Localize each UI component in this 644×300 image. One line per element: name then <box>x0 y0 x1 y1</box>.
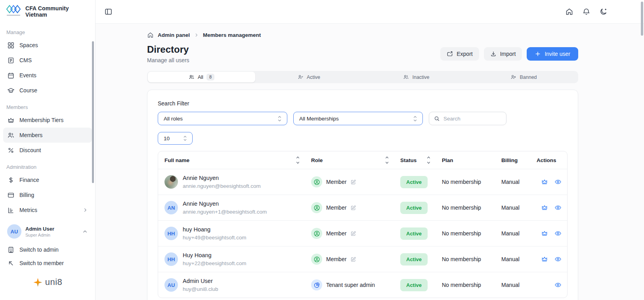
sidebar-item-label: Billing <box>19 192 34 198</box>
member-role-icon <box>311 254 322 265</box>
avatar: AN <box>164 201 178 214</box>
edit-role-icon[interactable] <box>350 179 356 185</box>
sidebar-item-metrics[interactable]: Metrics <box>3 203 92 218</box>
member-email: annie.nguyen+1@beesightsoft.com <box>183 209 267 215</box>
edit-role-icon[interactable] <box>350 231 356 237</box>
invite-user-button[interactable]: Invite user <box>527 47 578 61</box>
chevron-right-icon <box>194 32 199 38</box>
upgrade-crown-button[interactable] <box>541 178 548 185</box>
select-chevrons-icon <box>277 116 282 122</box>
dark-mode-icon[interactable] <box>599 8 608 16</box>
arrow-up-left-icon <box>7 260 15 267</box>
sidebar-item-label: Members <box>19 132 42 138</box>
plan-value: No membership <box>436 230 495 237</box>
view-member-button[interactable] <box>554 178 562 185</box>
sidebar-item-course[interactable]: Course <box>3 83 92 98</box>
member-email: huy+49@beesightsoft.com <box>183 235 246 241</box>
member-role-icon <box>311 176 322 187</box>
table-row[interactable]: HH huy Hoang huy+49@beesightsoft.com <box>158 220 567 246</box>
upgrade-crown-button[interactable] <box>541 204 548 211</box>
directory-card: Search Filter All roles All Memberships … <box>147 90 578 300</box>
column-status[interactable]: Status <box>394 151 436 169</box>
billing-value: Manual <box>495 179 529 185</box>
sidebar-scrollbar[interactable] <box>92 41 94 183</box>
switch-to-admin-button[interactable]: Switch to admin <box>3 243 92 256</box>
sidebar-item-label: Metrics <box>19 207 37 213</box>
edit-role-icon[interactable] <box>350 256 356 262</box>
page-content: Admin panel Members management Directory… <box>147 24 578 300</box>
sidebar-item-discount[interactable]: Discount <box>3 143 92 158</box>
export-label: Export <box>457 51 472 57</box>
member-name: Admin User <box>183 278 218 284</box>
view-member-button[interactable] <box>554 281 562 289</box>
export-icon <box>447 51 453 57</box>
upgrade-crown-button[interactable] <box>541 230 548 237</box>
page-scrollbar[interactable] <box>641 2 643 36</box>
table-row[interactable]: HH Huy Hoang huy+22@beesightsoft.com <box>158 246 567 272</box>
user-check-icon <box>298 74 304 80</box>
upgrade-crown-button[interactable] <box>541 256 548 263</box>
table-row[interactable]: AN Annie Nguyen annie.nguyen+1@beesights… <box>158 195 567 220</box>
crown-icon <box>7 117 15 124</box>
switch-to-member-label: Switch to member <box>19 260 64 266</box>
column-role[interactable]: Role <box>305 151 394 169</box>
role-label: Member <box>326 256 346 262</box>
roles-select[interactable]: All roles <box>158 112 287 125</box>
sidebar-item-finance[interactable]: Finance <box>3 172 92 187</box>
member-email: annie.nguyen@beesightsoft.com <box>183 183 261 189</box>
breadcrumb-members-management[interactable]: Members management <box>203 32 261 38</box>
page-header: Directory Manage all users <box>147 44 189 63</box>
column-full-name[interactable]: Full name <box>158 151 305 169</box>
member-email: huy@uni8.club <box>183 286 218 292</box>
sidebar-item-label: Finance <box>19 177 39 183</box>
page-size-select[interactable]: 10 <box>158 132 193 145</box>
members-table: Full name Role Status Plan Billing Actio… <box>158 151 568 298</box>
bell-icon[interactable] <box>582 8 590 16</box>
import-button[interactable]: Import <box>484 47 522 61</box>
memberships-select[interactable]: All Memberships <box>293 112 423 125</box>
view-member-button[interactable] <box>554 256 562 263</box>
view-member-button[interactable] <box>554 204 562 211</box>
download-icon <box>490 51 497 57</box>
edit-role-icon[interactable] <box>350 205 356 211</box>
home-icon[interactable] <box>147 32 154 38</box>
sidebar-item-events[interactable]: Events <box>3 68 92 83</box>
avatar-photo <box>164 175 178 189</box>
tab-active[interactable]: Active <box>255 72 363 82</box>
sidebar-item-cms[interactable]: CMS <box>3 53 92 68</box>
home-icon[interactable] <box>565 8 573 16</box>
sort-icon[interactable] <box>296 156 300 164</box>
chevron-right-icon <box>82 207 88 213</box>
tab-inactive-label: Inactive <box>412 75 429 80</box>
table-row[interactable]: AU Admin User huy@uni8.club Tenant s <box>158 272 567 298</box>
bar-chart-icon <box>7 206 15 214</box>
sidebar-item-membership-tiers[interactable]: Membership Tiers <box>3 113 92 128</box>
export-button[interactable]: Export <box>440 47 479 61</box>
section-label-manage: Manage <box>0 29 95 35</box>
status-badge: Active <box>400 176 428 188</box>
credit-card-icon <box>7 191 15 199</box>
tab-banned[interactable]: Banned <box>470 72 577 82</box>
sidebar-item-billing[interactable]: Billing <box>3 187 92 203</box>
search-input[interactable] <box>443 116 495 122</box>
plus-icon <box>535 51 541 57</box>
brand[interactable]: CFA Community Vietnam <box>0 0 95 23</box>
user-x-icon <box>510 74 516 80</box>
table-row[interactable]: Annie Nguyen annie.nguyen@beesightsoft.c… <box>158 169 567 195</box>
cms-icon <box>7 57 15 64</box>
user-menu[interactable]: AU Admin User Super Admin <box>3 222 92 241</box>
sidebar-item-members[interactable]: Members <box>3 128 92 143</box>
view-member-button[interactable] <box>554 230 562 237</box>
calendar-icon <box>7 72 15 79</box>
sidebar-item-spaces[interactable]: Spaces <box>3 38 92 53</box>
sort-icon[interactable] <box>385 156 389 164</box>
breadcrumb-admin-panel[interactable]: Admin panel <box>158 32 190 38</box>
sort-icon[interactable] <box>426 156 431 164</box>
invite-label: Invite user <box>545 51 570 57</box>
role-label: Member <box>326 230 346 237</box>
switch-to-member-button[interactable]: Switch to member <box>3 256 92 270</box>
sidebar-toggle-icon[interactable] <box>104 8 113 16</box>
tab-inactive[interactable]: Inactive <box>363 72 470 82</box>
member-name: Annie Nguyen <box>183 201 267 207</box>
tab-all[interactable]: All 8 <box>148 72 255 82</box>
